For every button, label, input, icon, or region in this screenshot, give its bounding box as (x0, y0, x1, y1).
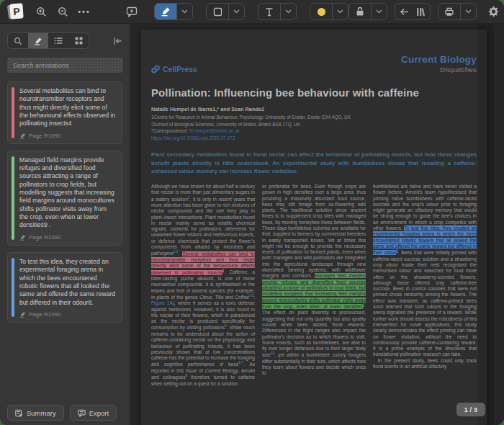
summary-icon (15, 409, 23, 417)
summary-button-label: Summary (27, 409, 56, 417)
zoom-out-button[interactable] (53, 4, 72, 19)
annotation-text: To test this idea, they created an exper… (19, 258, 116, 307)
annotation-page-row: Page R1090 (19, 133, 116, 139)
sidebar-tabs (7, 32, 122, 49)
print-dropdown[interactable] (460, 4, 476, 19)
pen-icon (19, 133, 26, 139)
highlighter-tool-group (154, 3, 193, 20)
library-button[interactable] (413, 4, 430, 19)
publisher-brand: CellPress (151, 65, 197, 73)
export-button[interactable]: Export (70, 405, 117, 421)
zoom-in-button[interactable] (32, 4, 50, 19)
collapse-sidebar-button[interactable] (113, 37, 122, 45)
article-column-1: Although we have known for about half a … (151, 184, 255, 425)
affiliation-1: 1Centre for Research in Animal Behaviour… (151, 114, 477, 121)
correspondence-label: *Correspondence: (151, 128, 189, 133)
tab-search[interactable] (8, 33, 28, 48)
article-column-3: bumblebees are naïve and have never visi… (373, 184, 477, 425)
annotations-sidebar: Several metabolites can bind to neurotra… (0, 24, 130, 425)
journal-header: CellPress Current Biology Dispatches (151, 54, 477, 73)
pdf-scrollbar[interactable] (478, 24, 494, 425)
chevron-down-icon (233, 9, 240, 14)
annotation-page-label: Page R1090 (29, 234, 60, 241)
arrow-left-icon (400, 8, 409, 16)
zoom-in-icon (36, 6, 47, 17)
pen-icon (19, 311, 26, 318)
toolbar-left-group: P ••• (7, 3, 94, 20)
abstract-text: Plant secondary metabolites found in flo… (151, 151, 477, 174)
chevron-down-icon (285, 9, 292, 14)
text-tool-group (258, 3, 297, 20)
chevron-down-icon (376, 9, 382, 14)
article-column-2: or preferable for bees. Even though crop… (262, 184, 366, 425)
print-button[interactable] (438, 4, 460, 19)
chevron-down-icon (181, 9, 188, 14)
content-area: Several metabolites can bind to neurotra… (0, 24, 504, 425)
color-picker-group (310, 3, 348, 20)
export-chat-icon (78, 409, 86, 417)
sidebar-footer: Summary Export (0, 401, 130, 425)
annotation-card[interactable]: To test this idea, they created an exper… (7, 252, 122, 323)
lock-tool-group (348, 3, 387, 20)
area-highlight-tool-button[interactable] (207, 4, 228, 19)
back-button[interactable] (395, 4, 413, 19)
pdf-page: CellPress Current Biology Dispatches Pol… (141, 30, 487, 425)
article-columns: Although we have known for about half a … (151, 184, 477, 425)
highlighter-icon (161, 6, 171, 17)
collapse-left-icon (113, 37, 122, 45)
search-annotations-input[interactable] (7, 58, 123, 73)
grid-icon (75, 37, 83, 45)
printer-icon (444, 7, 454, 17)
logo-p-icon: P (9, 3, 23, 19)
tab-annotations[interactable] (28, 33, 48, 48)
correspondence-line: *Correspondence: N.Hempel@exeter.ac.uk (151, 128, 477, 135)
area-highlight-tool-group (206, 3, 245, 20)
app-logo[interactable]: P (7, 3, 24, 20)
toolbar: P ••• (0, 0, 504, 24)
annotation-page-label: Page R1090 (29, 133, 60, 139)
comment-plus-icon (126, 6, 138, 17)
highlighter-tool-button[interactable] (155, 4, 176, 19)
text-icon (265, 7, 274, 17)
lock-icon (356, 6, 364, 17)
pen-icon (19, 234, 26, 241)
lock-button[interactable] (349, 4, 371, 19)
publisher-name: CellPress (163, 65, 197, 73)
tab-outline[interactable] (48, 33, 68, 48)
highlighter-tool-dropdown[interactable] (176, 4, 192, 19)
more-options-button[interactable]: ••• (75, 4, 94, 19)
annotation-color-bar (12, 87, 14, 138)
annotation-card[interactable]: Several metabolites can bind to neurotra… (7, 81, 122, 144)
pdf-viewer[interactable]: CellPress Current Biology Dispatches Pol… (130, 24, 504, 425)
settings-button[interactable] (484, 4, 503, 19)
highlight-color-swatch (318, 8, 325, 16)
sidebar-tab-bar (7, 32, 89, 49)
text-tool-dropdown[interactable] (280, 4, 296, 19)
list-icon (54, 37, 63, 45)
summary-button[interactable]: Summary (7, 405, 64, 421)
search-icon (14, 37, 22, 45)
gear-icon (487, 6, 499, 17)
doi-link[interactable]: https://doi.org/10.1016/j.cub.2021.07.07… (151, 135, 477, 142)
tab-thumbnails[interactable] (68, 33, 89, 48)
annotation-card[interactable]: Managed field margins provide refuges an… (7, 151, 122, 246)
annotation-color-bar (12, 258, 14, 317)
add-comment-button[interactable] (122, 4, 141, 19)
area-highlight-tool-dropdown[interactable] (228, 4, 244, 19)
text-tool-button[interactable] (258, 4, 280, 19)
lock-dropdown[interactable] (371, 4, 387, 19)
authors-line: Natalie Hempel de Ibarra1,* and Sean Ran… (151, 106, 477, 112)
annotation-text: Several metabolites can bind to neurotra… (19, 87, 116, 128)
annotation-list: Several metabolites can bind to neurotra… (0, 76, 130, 401)
cellpress-logo-icon (151, 65, 160, 73)
back-to-library-group (395, 3, 431, 20)
app-window: P ••• (0, 0, 504, 425)
color-swatch-button[interactable] (310, 4, 332, 19)
correspondence-email-link[interactable]: N.Hempel@exeter.ac.uk (189, 128, 239, 133)
journal-name: Current Biology (401, 54, 477, 65)
color-picker-dropdown[interactable] (332, 4, 348, 19)
toolbar-right-group (348, 3, 503, 20)
print-tool-group (438, 3, 477, 20)
affiliation-2: 2School of Biological Sciences, Universi… (151, 121, 477, 128)
library-books-icon (416, 7, 426, 17)
